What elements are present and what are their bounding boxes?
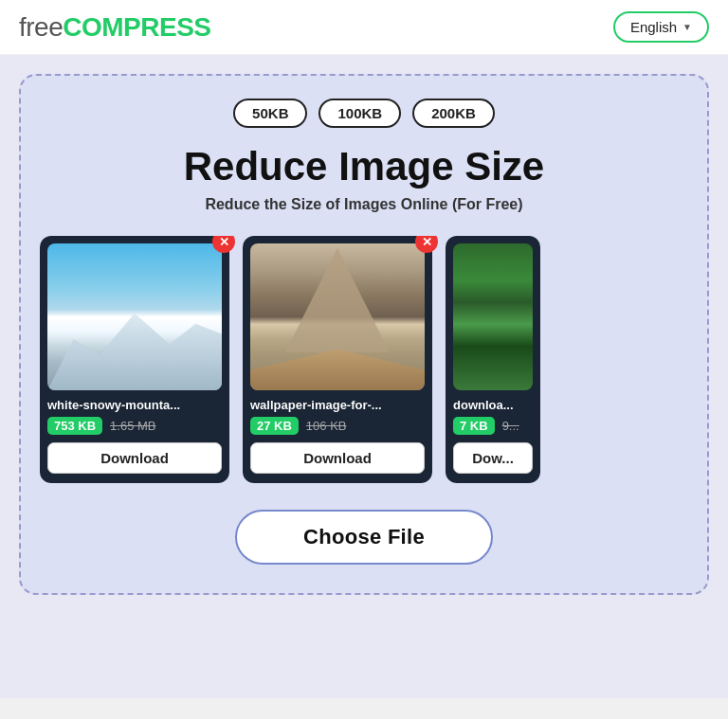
size-badges-row: 50KB 100KB 200KB bbox=[233, 99, 495, 128]
logo: freeCOMPRESS bbox=[19, 12, 211, 43]
new-size-badge-3: 7 KB bbox=[453, 417, 495, 435]
new-size-badge-1: 753 KB bbox=[47, 417, 102, 435]
chevron-down-icon: ▼ bbox=[682, 22, 692, 32]
download-button-2[interactable]: Download bbox=[250, 442, 425, 474]
new-size-badge-2: 27 KB bbox=[250, 417, 299, 435]
language-label: English bbox=[630, 19, 677, 35]
download-button-3[interactable]: Dow... bbox=[453, 442, 533, 474]
size-badge-50kb[interactable]: 50KB bbox=[233, 99, 307, 128]
image-filename-3: downloa... bbox=[453, 398, 533, 412]
image-card-2: ✕ wallpaper-image-for-... 27 KB 106 KB D… bbox=[243, 236, 432, 483]
main-subtitle: Reduce the Size of Images Online (For Fr… bbox=[205, 196, 522, 213]
snow-mountain-image bbox=[47, 243, 222, 390]
image-preview-3 bbox=[453, 243, 533, 390]
old-size-3: 9... bbox=[502, 419, 519, 433]
size-badge-200kb[interactable]: 200KB bbox=[412, 99, 495, 128]
logo-free-text: free bbox=[19, 12, 63, 42]
image-card-1: ✕ white-snowy-mounta... 753 KB 1.65 MB D… bbox=[40, 236, 229, 483]
logo-compress-text: COMPRESS bbox=[63, 12, 210, 42]
mountain-painting-image bbox=[250, 243, 425, 390]
forest-image bbox=[453, 243, 533, 390]
image-card-3: downloa... 7 KB 9... Dow... bbox=[446, 236, 540, 483]
language-selector[interactable]: English ▼ bbox=[613, 11, 709, 43]
size-row-1: 753 KB 1.65 MB bbox=[47, 417, 222, 435]
size-row-3: 7 KB 9... bbox=[453, 417, 533, 435]
choose-file-button[interactable]: Choose File bbox=[235, 510, 493, 565]
old-size-1: 1.65 MB bbox=[110, 419, 155, 433]
images-row: ✕ white-snowy-mounta... 753 KB 1.65 MB D… bbox=[40, 236, 688, 483]
header: freeCOMPRESS English ▼ bbox=[0, 0, 728, 55]
choose-file-label: Choose File bbox=[303, 525, 425, 548]
upload-card: 50KB 100KB 200KB Reduce Image Size Reduc… bbox=[19, 74, 709, 595]
size-badge-100kb[interactable]: 100KB bbox=[318, 99, 401, 128]
download-button-1[interactable]: Download bbox=[47, 442, 222, 474]
old-size-2: 106 KB bbox=[306, 419, 347, 433]
main-title: Reduce Image Size bbox=[184, 145, 544, 189]
image-filename-2: wallpaper-image-for-... bbox=[250, 398, 425, 412]
image-filename-1: white-snowy-mounta... bbox=[47, 398, 222, 412]
image-preview-2 bbox=[250, 243, 425, 390]
size-row-2: 27 KB 106 KB bbox=[250, 417, 425, 435]
image-preview-1 bbox=[47, 243, 222, 390]
main-content: 50KB 100KB 200KB Reduce Image Size Reduc… bbox=[0, 55, 728, 698]
